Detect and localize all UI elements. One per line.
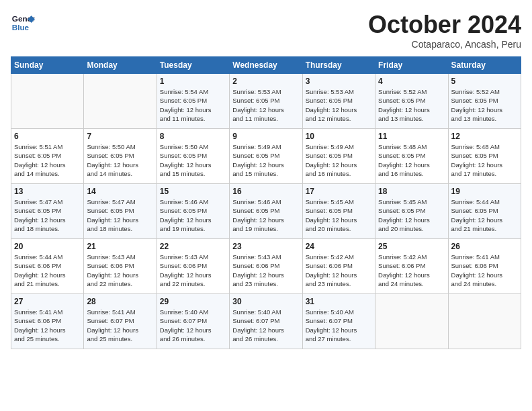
day-number: 27 [14,297,81,306]
day-info: Sunrise: 5:45 AM Sunset: 6:05 PM Dayligh… [378,197,445,233]
week-row-1: 6Sunrise: 5:51 AM Sunset: 6:05 PM Daylig… [11,129,521,184]
day-info: Sunrise: 5:47 AM Sunset: 6:05 PM Dayligh… [87,197,153,233]
day-cell: 8Sunrise: 5:50 AM Sunset: 6:05 PM Daylig… [157,129,229,184]
day-info: Sunrise: 5:53 AM Sunset: 6:05 PM Dayligh… [306,87,372,123]
day-info: Sunrise: 5:40 AM Sunset: 6:07 PM Dayligh… [160,308,226,343]
header-day-monday: Monday [84,57,157,74]
day-cell: 30Sunrise: 5:40 AM Sunset: 6:07 PM Dayli… [230,294,302,349]
day-number: 23 [232,242,299,251]
day-cell [84,74,157,129]
day-cell: 2Sunrise: 5:53 AM Sunset: 6:05 PM Daylig… [230,74,302,129]
day-cell: 10Sunrise: 5:49 AM Sunset: 6:05 PM Dayli… [302,129,375,184]
day-info: Sunrise: 5:40 AM Sunset: 6:07 PM Dayligh… [306,308,372,343]
day-cell: 12Sunrise: 5:48 AM Sunset: 6:05 PM Dayli… [448,129,521,184]
day-cell: 16Sunrise: 5:46 AM Sunset: 6:05 PM Dayli… [230,184,302,239]
day-cell: 17Sunrise: 5:45 AM Sunset: 6:05 PM Dayli… [302,184,375,239]
day-number: 12 [451,132,518,141]
day-info: Sunrise: 5:46 AM Sunset: 6:05 PM Dayligh… [160,197,226,233]
day-info: Sunrise: 5:41 AM Sunset: 6:06 PM Dayligh… [451,253,518,288]
day-info: Sunrise: 5:51 AM Sunset: 6:05 PM Dayligh… [14,142,81,178]
week-row-4: 27Sunrise: 5:41 AM Sunset: 6:06 PM Dayli… [11,294,521,349]
day-cell: 6Sunrise: 5:51 AM Sunset: 6:05 PM Daylig… [11,129,84,184]
day-info: Sunrise: 5:43 AM Sunset: 6:06 PM Dayligh… [232,253,299,288]
day-cell: 20Sunrise: 5:44 AM Sunset: 6:06 PM Dayli… [11,239,84,294]
day-number: 26 [451,242,518,251]
day-info: Sunrise: 5:44 AM Sunset: 6:06 PM Dayligh… [14,253,81,288]
day-info: Sunrise: 5:41 AM Sunset: 6:06 PM Dayligh… [14,308,81,343]
day-info: Sunrise: 5:42 AM Sunset: 6:06 PM Dayligh… [306,253,372,288]
day-cell: 7Sunrise: 5:50 AM Sunset: 6:05 PM Daylig… [84,129,157,184]
day-cell: 5Sunrise: 5:52 AM Sunset: 6:05 PM Daylig… [448,74,521,129]
day-number: 3 [306,77,372,86]
day-info: Sunrise: 5:47 AM Sunset: 6:05 PM Dayligh… [14,197,81,233]
day-number: 30 [232,297,299,306]
day-cell: 26Sunrise: 5:41 AM Sunset: 6:06 PM Dayli… [448,239,521,294]
day-number: 6 [14,132,81,141]
day-number: 2 [232,77,299,86]
day-cell [448,294,521,349]
day-cell: 18Sunrise: 5:45 AM Sunset: 6:05 PM Dayli… [375,184,448,239]
day-info: Sunrise: 5:40 AM Sunset: 6:07 PM Dayligh… [232,308,299,343]
week-row-0: 1Sunrise: 5:54 AM Sunset: 6:05 PM Daylig… [11,74,521,129]
calendar-title: October 2024 [368,11,521,39]
day-info: Sunrise: 5:48 AM Sunset: 6:05 PM Dayligh… [451,142,518,178]
header-day-thursday: Thursday [302,57,375,74]
day-info: Sunrise: 5:52 AM Sunset: 6:05 PM Dayligh… [378,87,445,123]
header-day-sunday: Sunday [11,57,84,74]
day-cell: 23Sunrise: 5:43 AM Sunset: 6:06 PM Dayli… [230,239,302,294]
day-number: 4 [378,77,445,86]
day-number: 9 [232,132,299,141]
day-info: Sunrise: 5:50 AM Sunset: 6:05 PM Dayligh… [87,142,153,178]
day-cell: 13Sunrise: 5:47 AM Sunset: 6:05 PM Dayli… [11,184,84,239]
day-info: Sunrise: 5:44 AM Sunset: 6:05 PM Dayligh… [451,197,518,233]
day-number: 24 [306,242,372,251]
day-cell: 9Sunrise: 5:49 AM Sunset: 6:05 PM Daylig… [230,129,302,184]
day-number: 28 [87,297,153,306]
day-info: Sunrise: 5:45 AM Sunset: 6:05 PM Dayligh… [306,197,372,233]
day-info: Sunrise: 5:53 AM Sunset: 6:05 PM Dayligh… [232,87,299,123]
day-number: 15 [160,187,226,196]
day-cell: 11Sunrise: 5:48 AM Sunset: 6:05 PM Dayli… [375,129,448,184]
week-row-2: 13Sunrise: 5:47 AM Sunset: 6:05 PM Dayli… [11,184,521,239]
day-cell: 15Sunrise: 5:46 AM Sunset: 6:05 PM Dayli… [157,184,229,239]
header-day-tuesday: Tuesday [157,57,229,74]
day-cell: 29Sunrise: 5:40 AM Sunset: 6:07 PM Dayli… [157,294,229,349]
day-number: 8 [160,132,226,141]
day-cell: 27Sunrise: 5:41 AM Sunset: 6:06 PM Dayli… [11,294,84,349]
calendar-subtitle: Cotaparaco, Ancash, Peru [368,39,521,50]
day-number: 21 [87,242,153,251]
day-number: 19 [451,187,518,196]
day-info: Sunrise: 5:48 AM Sunset: 6:05 PM Dayligh… [378,142,445,178]
day-number: 7 [87,132,153,141]
day-number: 16 [232,187,299,196]
day-number: 17 [306,187,372,196]
calendar-header: SundayMondayTuesdayWednesdayThursdayFrid… [11,57,521,74]
day-number: 13 [14,187,81,196]
svg-text:Blue: Blue [12,23,30,32]
day-cell [11,74,84,129]
day-number: 1 [160,77,226,86]
logo: General Blue [11,11,35,35]
day-info: Sunrise: 5:49 AM Sunset: 6:05 PM Dayligh… [232,142,299,178]
day-info: Sunrise: 5:46 AM Sunset: 6:05 PM Dayligh… [232,197,299,233]
header-day-wednesday: Wednesday [230,57,302,74]
header-day-friday: Friday [375,57,448,74]
day-number: 20 [14,242,81,251]
day-cell: 19Sunrise: 5:44 AM Sunset: 6:05 PM Dayli… [448,184,521,239]
day-info: Sunrise: 5:54 AM Sunset: 6:05 PM Dayligh… [160,87,226,123]
day-number: 14 [87,187,153,196]
day-number: 29 [160,297,226,306]
calendar-table: SundayMondayTuesdayWednesdayThursdayFrid… [11,56,521,349]
title-block: October 2024 Cotaparaco, Ancash, Peru [368,11,521,50]
day-number: 18 [378,187,445,196]
calendar-body: 1Sunrise: 5:54 AM Sunset: 6:05 PM Daylig… [11,74,521,349]
day-info: Sunrise: 5:41 AM Sunset: 6:07 PM Dayligh… [87,308,153,343]
day-cell: 3Sunrise: 5:53 AM Sunset: 6:05 PM Daylig… [302,74,375,129]
header-day-saturday: Saturday [448,57,521,74]
day-info: Sunrise: 5:43 AM Sunset: 6:06 PM Dayligh… [87,253,153,288]
logo-icon: General Blue [11,11,35,35]
day-cell: 28Sunrise: 5:41 AM Sunset: 6:07 PM Dayli… [84,294,157,349]
day-info: Sunrise: 5:42 AM Sunset: 6:06 PM Dayligh… [378,253,445,288]
day-number: 5 [451,77,518,86]
day-info: Sunrise: 5:50 AM Sunset: 6:05 PM Dayligh… [160,142,226,178]
